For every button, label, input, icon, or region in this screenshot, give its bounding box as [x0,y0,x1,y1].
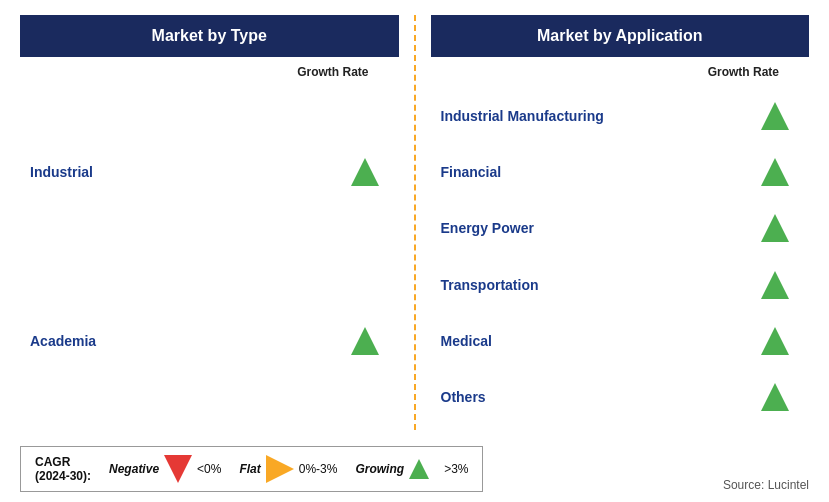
right-panel: Market by Application Growth Rate Indust… [431,15,810,430]
item-label-medical: Medical [441,333,492,349]
legend-box: CAGR(2024-30): Negative <0% Flat 0%-3% G… [20,446,483,492]
item-label-financial: Financial [441,164,502,180]
item-label-academia: Academia [30,333,96,349]
arrow-up-icon [761,327,789,355]
legend-value-flat: 0%-3% [299,462,338,476]
arrow-up-icon [409,459,429,479]
left-panel-items: Industrial Academia [20,83,399,430]
arrow-up-icon [761,214,789,242]
legend-value-negative: <0% [197,462,221,476]
legend-label-flat: Flat [239,462,260,476]
legend-label-growing: Growing [355,462,404,476]
source-text: Source: Lucintel [723,473,809,492]
left-panel: Market by Type Growth Rate Industrial Ac… [20,15,399,430]
list-item: Industrial [20,152,399,192]
item-label-transportation: Transportation [441,277,539,293]
arrow-up-icon [351,158,379,186]
right-panel-header: Market by Application [431,15,810,57]
list-item: Others [431,377,810,417]
main-container: Market by Type Growth Rate Industrial Ac… [0,0,829,502]
item-label-others: Others [441,389,486,405]
panels-row: Market by Type Growth Rate Industrial Ac… [20,15,809,430]
legend-item-growing: Growing >3% [355,459,468,479]
bottom-row: CAGR(2024-30): Negative <0% Flat 0%-3% G… [20,438,809,492]
arrow-flat-icon [266,455,294,483]
right-panel-items: Industrial Manufacturing Financial Energ… [431,83,810,430]
panel-divider [414,15,416,430]
list-item: Transportation [431,265,810,305]
arrow-up-icon [351,327,379,355]
legend-item-negative: Negative <0% [109,455,221,483]
list-item: Academia [20,321,399,361]
left-growth-rate-label: Growth Rate [20,65,399,79]
arrow-up-icon [761,271,789,299]
list-item: Industrial Manufacturing [431,96,810,136]
list-item: Financial [431,152,810,192]
arrow-up-icon [761,383,789,411]
list-item: Energy Power [431,208,810,248]
left-panel-header: Market by Type [20,15,399,57]
legend-label-negative: Negative [109,462,159,476]
item-label-energy-power: Energy Power [441,220,534,236]
list-item: Medical [431,321,810,361]
item-label-industrial: Industrial [30,164,93,180]
arrow-down-icon [164,455,192,483]
legend-title: CAGR(2024-30): [35,455,91,483]
legend-item-flat: Flat 0%-3% [239,455,337,483]
right-growth-rate-label: Growth Rate [431,65,810,79]
item-label-industrial-manufacturing: Industrial Manufacturing [441,108,604,124]
legend-value-growing: >3% [444,462,468,476]
arrow-up-icon [761,102,789,130]
arrow-up-icon [761,158,789,186]
